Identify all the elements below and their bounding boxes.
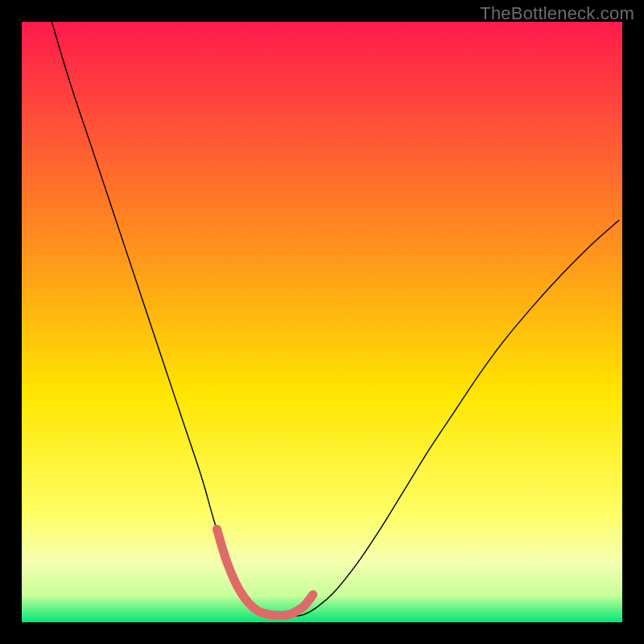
chart-background xyxy=(22,22,622,622)
plot-frame xyxy=(22,22,622,622)
watermark-text: TheBottleneck.com xyxy=(480,3,634,24)
chart-svg xyxy=(22,22,622,622)
chart-stage: TheBottleneck.com xyxy=(0,0,644,644)
